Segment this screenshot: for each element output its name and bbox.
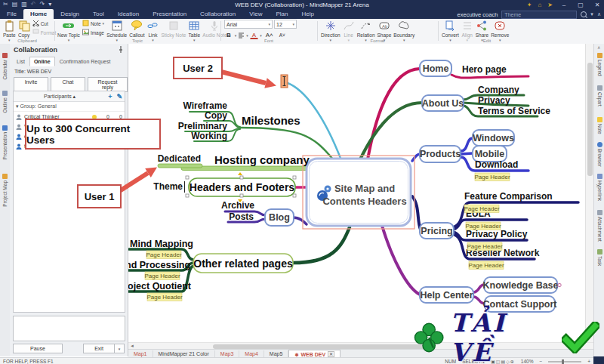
topic-other-related-pages[interactable]: Other related pages (193, 254, 293, 273)
topic-project-quotient[interactable]: oject Quotient (128, 281, 192, 292)
search-input[interactable] (501, 11, 577, 19)
tab-online[interactable]: Online (29, 57, 55, 66)
align-icon[interactable] (238, 32, 245, 39)
topic-working[interactable]: Working (191, 131, 227, 141)
image-button[interactable]: Image (82, 29, 104, 36)
home-tool-icon[interactable]: ⌂ (538, 2, 541, 8)
font-size-select[interactable]: 12▾ (274, 20, 297, 29)
tab-help[interactable]: Help (294, 9, 320, 19)
central-topic[interactable]: Site Map and Contents Headers (307, 159, 411, 226)
save-icon[interactable]: ▤ (12, 0, 18, 9)
topic-company[interactable]: Company (478, 85, 519, 95)
font-color-button[interactable]: A (250, 32, 258, 39)
audio-note-button[interactable]: Audio Note (202, 20, 226, 38)
topic-help-center[interactable]: Help Center (420, 287, 473, 303)
close-tab-icon[interactable]: ✕ (328, 351, 334, 357)
scroll-left-icon[interactable]: ◄ (130, 344, 134, 348)
map-tab-map3[interactable]: Map3 (215, 350, 240, 357)
font-family-select[interactable]: Arial▾ (224, 20, 273, 29)
panel-tab-task[interactable]: Task (594, 249, 604, 266)
topic-hosting-company[interactable]: Hosting company (214, 153, 310, 166)
topic-feature-comparison[interactable]: Feature Comparison (464, 191, 553, 202)
pause-button[interactable]: Pause (13, 344, 63, 353)
search-dropdown-icon[interactable]: ▾ (590, 11, 593, 17)
edit-participant-icon[interactable]: ✎ (116, 93, 122, 100)
tab-ideation[interactable]: Ideation (111, 9, 146, 19)
exit-dropdown-icon[interactable]: ▾ (115, 344, 125, 353)
panel-tab-legend[interactable]: Legend (594, 53, 604, 76)
topic-posts[interactable]: Posts (229, 211, 254, 222)
search-icon[interactable] (581, 11, 587, 17)
pin-icon[interactable] (118, 46, 124, 53)
panel-tab-outline[interactable]: Outline (0, 91, 10, 113)
topic-products[interactable]: Products (420, 146, 461, 162)
exit-button[interactable]: Exit (83, 344, 115, 353)
chat-message-box[interactable] (13, 316, 125, 341)
topic-word-processing[interactable]: nd Processing (128, 260, 190, 270)
callout-button[interactable]: Callout (129, 20, 144, 38)
topic-blog[interactable]: Blog (265, 209, 294, 226)
participants-header[interactable]: Participants ▴ + ✎ (14, 91, 125, 102)
note-button[interactable]: Note▾ (82, 20, 104, 27)
tab-plan[interactable]: Plan (269, 9, 294, 19)
topic-milestones[interactable]: Milestones (242, 114, 300, 127)
collapse-ribbon-icon[interactable]: ∧ (597, 11, 601, 17)
sticky-note-button[interactable]: Sticky Note (161, 20, 186, 38)
map-tab-map5[interactable]: Map5 (264, 350, 289, 357)
maximize-button[interactable]: ▢ (575, 2, 586, 8)
topic-theme[interactable]: Theme (153, 181, 183, 192)
panel-tab-calendar[interactable]: Calendar (0, 53, 10, 79)
topic-headers-footers[interactable]: Headers and Footers (186, 172, 296, 202)
tab-confirmation-request[interactable]: Confirmation Request (55, 57, 116, 66)
export-icon[interactable]: ▥ (21, 0, 27, 9)
scrollbar-thumb[interactable] (213, 344, 432, 349)
topic-pricing[interactable]: Pricing (420, 223, 454, 239)
topic-dedicated-bar[interactable] (158, 164, 202, 168)
scrollbar-thumb[interactable] (587, 63, 593, 176)
topic-privacy-policy[interactable]: Privacy Policy (466, 229, 528, 239)
tab-list[interactable]: List (12, 57, 29, 66)
close-button[interactable]: ✕ (592, 2, 602, 8)
panel-tab-note[interactable]: Note (594, 117, 604, 134)
tab-tool[interactable]: Tool (86, 9, 111, 19)
topic-archive[interactable]: Archive (221, 200, 254, 211)
topic-windows[interactable]: Windows (473, 130, 514, 146)
tab-file[interactable]: File (0, 9, 23, 19)
add-participant-icon[interactable]: + (108, 93, 112, 100)
panel-tab-browser[interactable]: Browser (594, 142, 604, 167)
topic-knowledge-base[interactable]: Knowledge Base (482, 277, 561, 293)
topic-preliminary[interactable]: Preliminary (178, 121, 228, 131)
map-tab-map4[interactable]: Map4 (239, 350, 264, 357)
chat-button[interactable]: Chat (51, 77, 85, 92)
group-expand-icon[interactable]: ▾ (16, 103, 19, 109)
undo-icon[interactable]: ↶ (31, 0, 36, 9)
collapse-panel-icon[interactable]: ∧ (597, 45, 600, 50)
topic-mind-mapping[interactable]: Mind Mapping (130, 239, 193, 249)
insert-above-icon[interactable] (238, 172, 242, 175)
topic-home[interactable]: Home (420, 60, 451, 76)
map-tab-mindmapper-21-color[interactable]: MindMapper 21 Color (153, 350, 215, 357)
topic-dedicated[interactable]: Dedicated (158, 153, 201, 164)
zoom-in-icon[interactable]: + (587, 359, 590, 364)
topic-copy[interactable]: Copy (205, 110, 227, 121)
tab-design[interactable]: Design (54, 9, 86, 19)
tab-view[interactable]: View (242, 9, 269, 19)
panel-tab-hyperlink[interactable]: Hyperlink (594, 174, 604, 201)
panel-tab-clipart[interactable]: Clipart (594, 85, 604, 106)
topic-about-us[interactable]: About Us (422, 95, 464, 111)
bold-dropdown-icon[interactable]: ▾ (235, 33, 237, 38)
tab-presentation[interactable]: Presentation (146, 9, 193, 19)
zoom-slider-thumb[interactable] (562, 359, 564, 364)
cut-button[interactable]: Cut (32, 20, 57, 27)
map-tab-map1[interactable]: Map1 (128, 350, 153, 357)
panel-tab-presentation[interactable]: Presentation (0, 125, 10, 160)
panel-tab-attachment[interactable]: Attachment (594, 210, 604, 242)
qat-dropdown-icon[interactable]: ▾ (48, 0, 51, 9)
tab-collaboration[interactable]: Collaboration (193, 9, 242, 19)
request-reply-button[interactable]: Request reply (88, 77, 128, 92)
pointer-tool-icon[interactable]: ➤ (547, 2, 553, 8)
pen-tool-icon[interactable]: ✦ (527, 2, 532, 8)
topic-hero-page[interactable]: Hero page (462, 64, 507, 75)
shrink-font-button[interactable]: A˅ (277, 32, 288, 39)
watermark-text[interactable]: TẢI VỀ (450, 308, 556, 364)
